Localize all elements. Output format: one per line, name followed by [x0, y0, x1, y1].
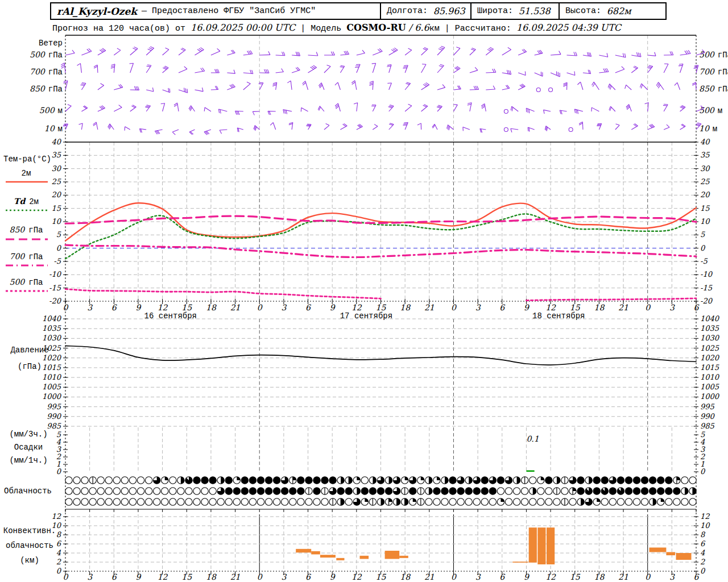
svg-text:2м: 2м [22, 169, 31, 178]
longitude-field: Долгота: 85.963 [380, 3, 470, 19]
svg-text:9: 9 [330, 303, 336, 312]
svg-text:1010: 1010 [42, 373, 62, 381]
svg-text:0: 0 [56, 244, 62, 252]
svg-text:9: 9 [330, 572, 336, 581]
svg-text:10: 10 [51, 217, 61, 226]
svg-text:-5: -5 [53, 257, 61, 265]
station-name: rAl_Kyzyl-Ozek [57, 6, 137, 17]
svg-text:9: 9 [524, 572, 530, 581]
svg-text:Облачность: Облачность [4, 487, 52, 496]
svg-text:6: 6 [499, 572, 505, 581]
svg-text:Давление: Давление [10, 346, 48, 355]
svg-text:5: 5 [700, 230, 705, 239]
svg-text:0: 0 [63, 303, 69, 312]
svg-text:1000: 1000 [42, 392, 62, 401]
forecast-info-line: Прогноз на 120 часа(ов) от 16.09.2025 00… [50, 20, 667, 34]
svg-text:1040: 1040 [42, 314, 62, 323]
altitude-field: Высота: 682м [559, 3, 665, 19]
calculated-label: | Рассчитано: [440, 24, 516, 34]
svg-text:6: 6 [700, 539, 706, 548]
svg-text:4: 4 [56, 438, 61, 446]
svg-text:10м: 10м [699, 124, 717, 134]
svg-text:500м: 500м [39, 106, 63, 115]
svg-text:3: 3 [475, 572, 481, 581]
svg-text:12: 12 [51, 512, 61, 521]
latitude-label: Широта: [477, 6, 513, 16]
provider-label: — Предоставлено ФГБУ "ЗапСиб УГМС" [142, 6, 316, 16]
svg-text:15: 15 [570, 572, 581, 581]
svg-text:5: 5 [700, 430, 705, 439]
svg-text:15: 15 [181, 303, 192, 312]
svg-text:15: 15 [570, 303, 581, 312]
svg-text:18: 18 [206, 303, 217, 312]
svg-text:1035: 1035 [700, 324, 719, 332]
svg-text:850гПа: 850гПа [30, 84, 63, 94]
svg-text:0.1: 0.1 [526, 434, 539, 443]
svg-text:30: 30 [700, 164, 710, 173]
svg-text:21: 21 [618, 303, 628, 312]
svg-text:-15: -15 [49, 284, 61, 292]
svg-text:(км): (км) [20, 556, 39, 565]
svg-text:2: 2 [56, 558, 61, 566]
svg-text:облачность: облачность [6, 541, 53, 550]
svg-text:-5: -5 [700, 257, 708, 265]
station-cell: rAl_Kyzyl-Ozek — Предоставлено ФГБУ "Зап… [51, 3, 380, 19]
svg-text:3: 3 [56, 445, 62, 454]
svg-text:16 сентября: 16 сентября [144, 311, 197, 321]
svg-text:6: 6 [694, 303, 700, 312]
svg-text:6: 6 [111, 572, 117, 581]
svg-text:35: 35 [51, 151, 61, 159]
svg-text:15: 15 [376, 572, 387, 581]
svg-text:995: 995 [47, 402, 61, 411]
svg-text:-20: -20 [700, 297, 713, 305]
svg-text:5: 5 [56, 230, 61, 239]
svg-text:5: 5 [56, 430, 61, 439]
svg-text:3: 3 [281, 303, 287, 312]
svg-text:Тем-ра(°C): Тем-ра(°C) [3, 155, 51, 164]
svg-text:-10: -10 [700, 270, 713, 278]
altitude-label: Высота: [565, 6, 601, 16]
svg-text:6: 6 [694, 572, 700, 581]
svg-text:0: 0 [700, 467, 706, 476]
svg-text:10: 10 [700, 217, 710, 226]
svg-text:1005: 1005 [700, 383, 719, 391]
svg-text:10: 10 [700, 521, 710, 530]
svg-text:1015: 1015 [42, 363, 61, 372]
svg-text:10м: 10м [44, 124, 63, 134]
svg-text:1035: 1035 [42, 324, 61, 332]
svg-text:3: 3 [669, 572, 675, 581]
meteogram-page: -20-20-15-15-10-10-5-5005510101515202025… [0, 0, 728, 582]
svg-text:18: 18 [594, 303, 605, 312]
svg-text:700гПа: 700гПа [30, 67, 63, 77]
svg-text:6: 6 [111, 303, 117, 312]
svg-text:Осадки: Осадки [14, 443, 43, 452]
svg-text:4: 4 [700, 438, 705, 446]
svg-text:1025: 1025 [700, 344, 719, 352]
svg-text:0: 0 [645, 303, 651, 312]
svg-text:0: 0 [700, 567, 706, 575]
svg-text:1020: 1020 [700, 354, 720, 362]
svg-text:0: 0 [56, 567, 62, 575]
svg-text:3: 3 [87, 572, 93, 581]
svg-text:Ветер: Ветер [39, 39, 63, 48]
svg-text:-10: -10 [49, 270, 62, 278]
svg-text:1: 1 [700, 460, 705, 468]
svg-text:18 сентября: 18 сентября [532, 311, 585, 321]
svg-text:0: 0 [645, 572, 651, 581]
svg-text:1030: 1030 [700, 334, 720, 342]
svg-text:-15: -15 [700, 284, 713, 292]
svg-text:500гПа: 500гПа [10, 277, 43, 287]
svg-text:0: 0 [451, 303, 457, 312]
model-label: | Модель [295, 24, 346, 34]
svg-text:1040: 1040 [700, 314, 720, 323]
svg-text:-20: -20 [49, 297, 62, 305]
svg-text:995: 995 [700, 402, 715, 411]
latitude-value: 51.538 [519, 6, 551, 16]
svg-text:12: 12 [545, 572, 556, 581]
header-title-box: rAl_Kyzyl-Ozek — Предоставлено ФГБУ "Зап… [50, 2, 667, 20]
svg-text:21: 21 [230, 303, 241, 312]
svg-text:3: 3 [669, 303, 675, 312]
model-resolution-unit: км [429, 24, 440, 34]
longitude-label: Долгота: [387, 6, 428, 16]
svg-text:8: 8 [700, 530, 706, 539]
